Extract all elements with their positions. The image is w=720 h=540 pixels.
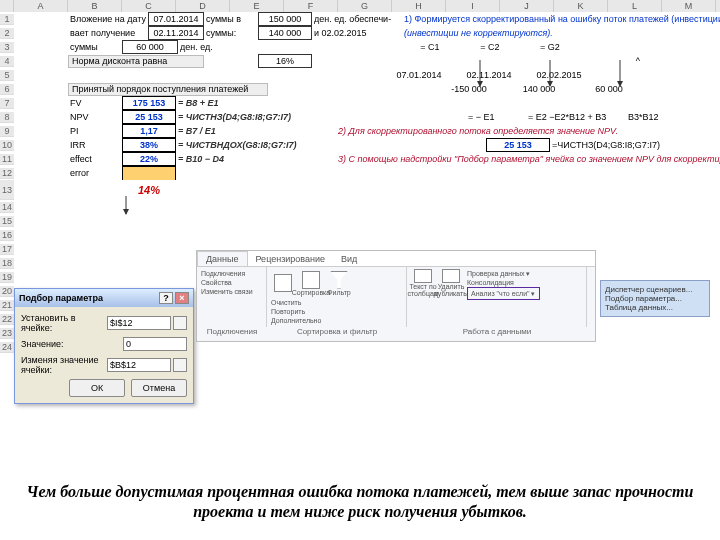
cancel-button[interactable]: Отмена xyxy=(131,379,187,397)
reapply-filter[interactable]: Повторить xyxy=(271,307,402,316)
dialog-title: Подбор параметра xyxy=(19,293,103,303)
what-if-dropdown[interactable]: Анализ "что если" ▾ xyxy=(467,287,540,300)
ok-button[interactable]: ОК xyxy=(69,379,125,397)
text-to-columns-button[interactable]: Текст по столбцам xyxy=(411,269,435,297)
input-set-cell[interactable] xyxy=(107,316,171,330)
range-picker-icon-2[interactable] xyxy=(173,358,187,372)
clear-filter[interactable]: Очистить xyxy=(271,298,402,307)
input-by-changing[interactable] xyxy=(107,358,171,372)
tab-view[interactable]: Вид xyxy=(333,251,365,266)
ribbon-tabs: Данные Рецензирование Вид xyxy=(197,251,595,267)
group-data-tools-label: Работа с данными xyxy=(407,327,587,336)
input-to-value[interactable] xyxy=(123,337,187,351)
advanced-filter[interactable]: Дополнительно xyxy=(271,316,402,325)
dialog-titlebar[interactable]: Подбор параметра ? × xyxy=(15,289,193,307)
tab-data[interactable]: Данные xyxy=(197,251,248,266)
data-validation[interactable]: Проверка данных ▾ xyxy=(467,269,582,278)
scenario-manager-item[interactable]: Диспетчер сценариев... xyxy=(605,285,705,294)
lbl-set-cell: Установить в ячейке: xyxy=(21,313,107,333)
lbl-by-changing: Изменяя значение ячейки: xyxy=(21,355,107,375)
filter-button[interactable]: Фильтр xyxy=(327,269,351,297)
sort-button[interactable]: Сортировка xyxy=(299,269,323,297)
ribbon: Данные Рецензирование Вид Подключения Св… xyxy=(196,250,596,342)
consolidate[interactable]: Консолидация xyxy=(467,278,582,287)
data-table-item[interactable]: Таблица данных... xyxy=(605,303,705,312)
lbl-to-value: Значение: xyxy=(21,339,123,349)
close-icon[interactable]: × xyxy=(175,292,189,304)
help-icon[interactable]: ? xyxy=(159,292,173,304)
whatif-menu-callout: Диспетчер сценариев... Подбор параметра.… xyxy=(600,280,710,317)
goal-seek-dialog: Подбор параметра ? × Установить в ячейке… xyxy=(14,288,194,404)
group-connections-label: Подключения xyxy=(197,327,267,336)
group-sort-filter-label: Сортировка и фильтр xyxy=(267,327,407,336)
tab-review[interactable]: Рецензирование xyxy=(248,251,334,266)
range-picker-icon[interactable] xyxy=(173,316,187,330)
conclusion-text: Чем больше допустимая процентная ошибка … xyxy=(20,482,700,522)
goal-seek-item[interactable]: Подбор параметра... xyxy=(605,294,705,303)
remove-duplicates-button[interactable]: Удалить дубликаты xyxy=(439,269,463,297)
connections-list[interactable]: Подключения Свойства Изменить связи xyxy=(201,269,262,296)
